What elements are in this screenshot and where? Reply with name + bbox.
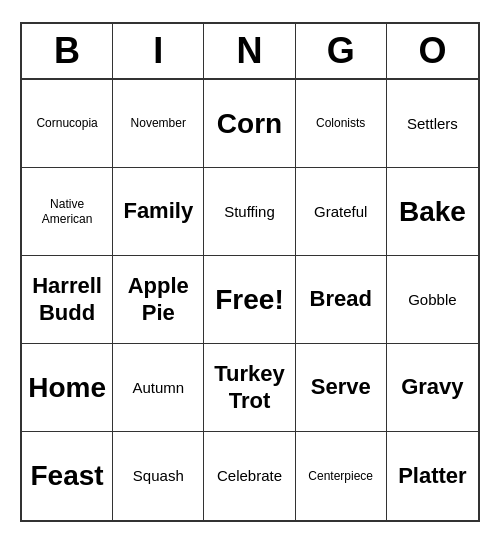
cell-text: Turkey Trot	[208, 361, 290, 414]
bingo-cell: Platter	[387, 432, 478, 520]
cell-text: Gravy	[401, 374, 463, 400]
cell-text: Autumn	[132, 379, 184, 397]
bingo-cell: Squash	[113, 432, 204, 520]
cell-text: November	[131, 116, 186, 130]
cell-text: Native American	[26, 197, 108, 226]
bingo-cell: Serve	[296, 344, 387, 432]
cell-text: Celebrate	[217, 467, 282, 485]
header-letter: O	[387, 24, 478, 78]
bingo-cell: Gobble	[387, 256, 478, 344]
bingo-cell: Native American	[22, 168, 113, 256]
bingo-cell: Free!	[204, 256, 295, 344]
bingo-cell: Corn	[204, 80, 295, 168]
header-letter: I	[113, 24, 204, 78]
cell-text: Apple Pie	[117, 273, 199, 326]
cell-text: Home	[28, 371, 106, 405]
cell-text: Family	[123, 198, 193, 224]
header-letter: B	[22, 24, 113, 78]
bingo-cell: Turkey Trot	[204, 344, 295, 432]
bingo-cell: Centerpiece	[296, 432, 387, 520]
bingo-cell: Harrell Budd	[22, 256, 113, 344]
bingo-cell: Family	[113, 168, 204, 256]
bingo-card: BINGO CornucopiaNovemberCornColonistsSet…	[20, 22, 480, 522]
bingo-cell: Autumn	[113, 344, 204, 432]
cell-text: Free!	[215, 283, 283, 317]
bingo-cell: Cornucopia	[22, 80, 113, 168]
bingo-cell: Settlers	[387, 80, 478, 168]
cell-text: Serve	[311, 374, 371, 400]
header-letter: G	[296, 24, 387, 78]
cell-text: Bake	[399, 195, 466, 229]
bingo-grid: CornucopiaNovemberCornColonistsSettlersN…	[22, 80, 478, 520]
bingo-cell: Stuffing	[204, 168, 295, 256]
header-letter: N	[204, 24, 295, 78]
bingo-cell: Colonists	[296, 80, 387, 168]
cell-text: Stuffing	[224, 203, 275, 221]
cell-text: Platter	[398, 463, 466, 489]
cell-text: Colonists	[316, 116, 365, 130]
cell-text: Bread	[310, 286, 372, 312]
cell-text: Centerpiece	[308, 469, 373, 483]
bingo-cell: Apple Pie	[113, 256, 204, 344]
bingo-cell: Bake	[387, 168, 478, 256]
cell-text: Grateful	[314, 203, 367, 221]
bingo-cell: November	[113, 80, 204, 168]
bingo-cell: Grateful	[296, 168, 387, 256]
cell-text: Squash	[133, 467, 184, 485]
bingo-header: BINGO	[22, 24, 478, 80]
cell-text: Harrell Budd	[26, 273, 108, 326]
bingo-cell: Bread	[296, 256, 387, 344]
cell-text: Feast	[31, 459, 104, 493]
cell-text: Settlers	[407, 115, 458, 133]
cell-text: Corn	[217, 107, 282, 141]
bingo-cell: Gravy	[387, 344, 478, 432]
bingo-cell: Home	[22, 344, 113, 432]
cell-text: Gobble	[408, 291, 456, 309]
bingo-cell: Celebrate	[204, 432, 295, 520]
cell-text: Cornucopia	[36, 116, 97, 130]
bingo-cell: Feast	[22, 432, 113, 520]
